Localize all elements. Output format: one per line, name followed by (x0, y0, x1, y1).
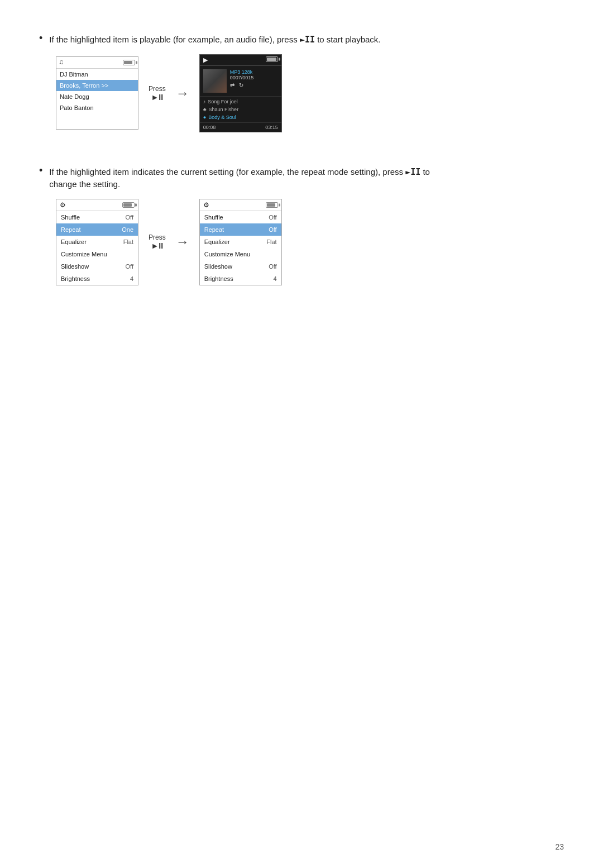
music-note-icon: ♫ (59, 59, 63, 66)
settings-row-repeat-right: Repeat Off (200, 223, 281, 236)
np-track-num: 0007/0015 (230, 75, 254, 80)
np-track-list: ♪ Song For joel ♣ Shaun Fisher ● Body & … (200, 96, 281, 122)
eq-value-right: Flat (266, 239, 276, 245)
press-label-2: Press►II (149, 233, 166, 250)
settings-header-right: ⚙ (200, 199, 281, 211)
press-label-1: Press►II (149, 85, 166, 102)
gear-icon-left: ⚙ (60, 201, 66, 209)
shuffle-value-right: Off (269, 214, 276, 221)
shuffle-label-left: Shuffle (61, 214, 80, 221)
np-track-2: ♣ Shaun Fisher (203, 106, 278, 113)
list-item-brooks-highlighted: Brooks, Terron >> (56, 80, 138, 91)
np-meta: MP3 128k 0007/0015 ⇄ ↻ (230, 69, 254, 93)
bullet-desc-1: If the highlighted item is playable (for… (49, 34, 380, 46)
bullet-section-2: • If the highlighted item indicates the … (39, 166, 564, 285)
bullet2-text-end: to (420, 167, 430, 177)
track2-label: Shaun Fisher (209, 107, 239, 112)
bullet1-text-end: to start playback. (315, 35, 381, 44)
np-icons-row: ⇄ ↻ (230, 82, 254, 88)
battery-indicator-1 (123, 60, 135, 65)
eq-value-left: Flat (123, 239, 133, 245)
section-gap (39, 149, 564, 166)
settings-row-repeat-left: Repeat One (56, 223, 138, 236)
eq-label-right: Equalizer (204, 239, 230, 245)
repeat-value-right: Off (269, 226, 276, 233)
brightness-value-right: 4 (274, 275, 277, 282)
bullet-text-2: • If the highlighted item indicates the … (39, 166, 564, 191)
np-header: ▶ (200, 55, 281, 66)
bullet2-text-start: If the highlighted item indicates the cu… (49, 167, 405, 177)
repeat-icon-np: ↻ (239, 82, 243, 88)
bullet1-text-start: If the highlighted item is playable (for… (49, 35, 300, 44)
list-item-natedogg: Nate Dogg (56, 91, 138, 102)
press-word-1: Press (149, 85, 166, 93)
bullet-section-1: • If the highlighted item is playable (f… (39, 34, 564, 132)
slideshow-value-left: Off (126, 263, 133, 270)
track2-icon: ♣ (203, 107, 207, 112)
album-art-inner (203, 69, 227, 93)
arrow-icon-2: → (176, 234, 189, 250)
eq-label-left: Equalizer (61, 239, 87, 245)
np-elapsed: 00:08 (203, 125, 216, 130)
diagram-row-1: ♫ DJ Bitman Brooks, Terron >> Nate Dogg … (56, 54, 564, 132)
battery-indicator-np (266, 56, 278, 62)
slideshow-label-left: Slideshow (61, 263, 89, 270)
play-pause-btn-1: ►II (151, 93, 164, 102)
list-screen-header: ♫ (56, 57, 138, 69)
brightness-value-left: 4 (130, 275, 133, 282)
repeat-label-left: Repeat (61, 226, 80, 233)
np-time-bar: 00:08 03:15 (200, 122, 281, 132)
battery-fill-np (267, 58, 276, 61)
right-settings-screen: ⚙ Shuffle Off Repeat Off Equalizer Flat (199, 199, 282, 285)
shuffle-label-right: Shuffle (204, 214, 223, 221)
diagram-row-2: ⚙ Shuffle Off Repeat One Equalizer Flat (56, 199, 564, 285)
left-list-screen: ♫ DJ Bitman Brooks, Terron >> Nate Dogg … (56, 56, 138, 130)
slideshow-label-right: Slideshow (204, 263, 232, 270)
settings-row-brightness-right: Brightness 4 (200, 273, 281, 285)
battery-fill-sr (267, 203, 275, 207)
slideshow-value-right: Off (269, 263, 276, 270)
list-item-djbitman: DJ Bitman (56, 69, 138, 80)
battery-fill-1 (124, 61, 132, 64)
page-number: 23 (555, 842, 564, 851)
shuffle-value-left: Off (126, 214, 133, 221)
bullet1-press-symbol: ►II (300, 35, 315, 45)
track1-label: Song For joel (208, 99, 238, 104)
shuffle-icon-np: ⇄ (230, 82, 234, 88)
page-content: • If the highlighted item is playable (f… (0, 0, 603, 325)
repeat-label-right: Repeat (204, 226, 224, 233)
left-settings-screen: ⚙ Shuffle Off Repeat One Equalizer Flat (56, 199, 138, 285)
settings-row-eq-left: Equalizer Flat (56, 236, 138, 248)
settings-row-customize-right: Customize Menu (200, 248, 281, 260)
np-track-1: ♪ Song For joel (203, 98, 278, 106)
list-item-patobanton: Pato Banton (56, 102, 138, 113)
np-total: 03:15 (265, 125, 278, 130)
album-art (203, 69, 227, 93)
battery-fill-sl (123, 203, 132, 207)
settings-header-left: ⚙ (56, 199, 138, 211)
play-pause-btn-2: ►II (151, 241, 164, 250)
settings-row-shuffle-right: Shuffle Off (200, 211, 281, 223)
brightness-label-right: Brightness (204, 275, 233, 282)
settings-row-shuffle-left: Shuffle Off (56, 211, 138, 223)
repeat-value-left: One (122, 226, 133, 233)
press-word-2: Press (149, 233, 166, 241)
bullet2-text-line2: change the setting. (49, 179, 120, 189)
settings-row-customize-left: Customize Menu (56, 248, 138, 260)
settings-row-eq-right: Equalizer Flat (200, 236, 281, 248)
bullet-desc-2: If the highlighted item indicates the cu… (49, 166, 430, 191)
brightness-label-left: Brightness (61, 275, 90, 282)
battery-settings-left (122, 202, 135, 208)
np-art-row: MP3 128k 0007/0015 ⇄ ↻ (200, 66, 281, 96)
arrow-icon-1: → (176, 85, 189, 101)
settings-row-brightness-left: Brightness 4 (56, 273, 138, 285)
np-mp3-info: MP3 128k (230, 69, 254, 75)
bullet-dot-1: • (39, 32, 42, 44)
np-track-3: ● Body & Soul (203, 113, 278, 121)
settings-row-slideshow-right: Slideshow Off (200, 260, 281, 273)
settings-row-slideshow-left: Slideshow Off (56, 260, 138, 273)
gear-icon-right: ⚙ (203, 201, 209, 209)
track3-label: Body & Soul (208, 115, 236, 120)
track3-icon: ● (203, 115, 206, 120)
bullet2-press-symbol: ►II (405, 167, 420, 177)
